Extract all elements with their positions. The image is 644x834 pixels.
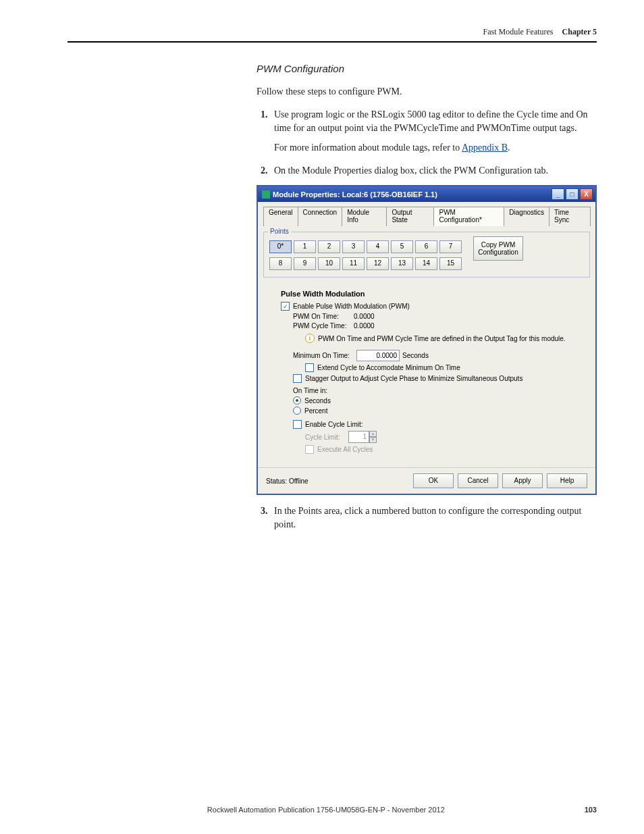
tab-time-sync[interactable]: Time Sync xyxy=(549,207,591,226)
page-footer: Rockwell Automation Publication 1756-UM0… xyxy=(68,806,597,814)
point-button-6[interactable]: 6 xyxy=(415,240,437,253)
minimize-button[interactable]: _ xyxy=(552,188,564,200)
cancel-button[interactable]: Cancel xyxy=(458,473,498,488)
seconds-label: Seconds xyxy=(304,397,331,405)
stagger-output-checkbox[interactable] xyxy=(293,374,302,383)
app-icon xyxy=(262,190,270,199)
cycle-limit-spinner[interactable]: 1 ▲▼ xyxy=(348,431,377,443)
spinner-up-icon[interactable]: ▲ xyxy=(369,431,377,437)
header-chapter: Chapter 5 xyxy=(562,27,597,36)
step-1-sub: For more information about module tags, … xyxy=(274,141,597,155)
status-value: Offline xyxy=(289,477,308,485)
percent-radio[interactable] xyxy=(293,407,301,415)
copy-line-1: Copy PWM xyxy=(474,241,522,249)
points-group: Points 0* 1 2 3 4 5 6 7 xyxy=(263,232,590,278)
page-number: 103 xyxy=(585,806,597,814)
point-button-11[interactable]: 11 xyxy=(342,257,365,270)
copy-line-2: Configuration xyxy=(474,249,522,256)
points-row-2: 8 9 10 11 12 13 14 15 xyxy=(269,257,464,270)
point-button-8[interactable]: 8 xyxy=(269,257,292,270)
point-button-3[interactable]: 3 xyxy=(342,240,365,253)
enable-pwm-label: Enable Pulse Width Modulation (PWM) xyxy=(293,303,410,310)
appendix-link[interactable]: Appendix B xyxy=(462,142,508,153)
point-button-15[interactable]: 15 xyxy=(439,257,462,270)
dialog-title: Module Properties: Local:6 (1756-OB16IEF… xyxy=(273,190,550,199)
tab-connection[interactable]: Connection xyxy=(298,207,343,226)
dialog-titlebar[interactable]: Module Properties: Local:6 (1756-OB16IEF… xyxy=(258,186,595,202)
extend-cycle-checkbox[interactable] xyxy=(305,363,314,372)
min-on-time-unit: Seconds xyxy=(402,352,429,359)
seconds-radio[interactable] xyxy=(293,396,301,405)
page-header: Fast Module Features Chapter 5 xyxy=(68,27,597,43)
point-button-2[interactable]: 2 xyxy=(318,240,340,253)
step-1-sub-a: For more information about module tags, … xyxy=(274,142,462,153)
step-1-sub-b: . xyxy=(508,142,510,153)
point-button-14[interactable]: 14 xyxy=(415,257,437,270)
point-button-0[interactable]: 0* xyxy=(269,240,292,253)
spinner-down-icon[interactable]: ▼ xyxy=(369,437,377,443)
help-button[interactable]: Help xyxy=(547,473,587,488)
cycle-limit-label: Cycle Limit: xyxy=(305,434,344,441)
step-2: On the Module Properties dialog box, cli… xyxy=(270,164,597,178)
tab-general[interactable]: General xyxy=(263,207,298,226)
apply-button[interactable]: Apply xyxy=(502,473,543,488)
tab-diagnostics[interactable]: Diagnostics xyxy=(504,207,549,226)
enable-pwm-checkbox[interactable] xyxy=(281,302,290,311)
step-3: In the Points area, click a numbered but… xyxy=(270,504,597,531)
info-text: PWM On Time and PWM Cycle Time are defin… xyxy=(318,335,566,342)
enable-cycle-limit-checkbox[interactable] xyxy=(293,420,302,429)
execute-all-cycles-label: Execute All Cycles xyxy=(317,446,373,453)
tab-output-state[interactable]: Output State xyxy=(386,207,434,226)
dialog-status-row: Status: Offline OK Cancel Apply Help xyxy=(258,467,595,494)
ok-button[interactable]: OK xyxy=(413,473,454,488)
point-button-4[interactable]: 4 xyxy=(367,240,389,253)
status-label: Status: xyxy=(266,477,287,485)
tab-pwm-config[interactable]: PWM Configuration* xyxy=(433,207,504,226)
point-button-10[interactable]: 10 xyxy=(318,257,340,270)
point-button-12[interactable]: 12 xyxy=(367,257,389,270)
point-button-13[interactable]: 13 xyxy=(391,257,413,270)
min-on-time-label: Minimum On Time: xyxy=(293,352,354,359)
tab-strip: General Connection Module Info Output St… xyxy=(263,206,590,226)
step-1: Use program logic or the RSLogix 5000 ta… xyxy=(270,108,597,155)
extend-cycle-label: Extend Cycle to Accomodate Minimum On Ti… xyxy=(317,364,460,371)
info-icon: i xyxy=(305,334,315,343)
footer-publication: Rockwell Automation Publication 1756-UM0… xyxy=(207,806,445,814)
close-button[interactable]: X xyxy=(580,188,593,200)
tab-module-info[interactable]: Module Info xyxy=(342,207,387,226)
module-properties-dialog: Module Properties: Local:6 (1756-OB16IEF… xyxy=(257,185,597,495)
execute-all-cycles-checkbox[interactable] xyxy=(305,445,314,454)
percent-label: Percent xyxy=(304,407,327,415)
min-on-time-input[interactable]: 0.0000 xyxy=(356,350,400,361)
maximize-button[interactable]: □ xyxy=(566,188,579,200)
on-time-in-label: On Time in: xyxy=(293,387,327,394)
pwm-on-time-label: PWM On Time: xyxy=(293,313,354,320)
cycle-limit-value[interactable]: 1 xyxy=(348,431,369,443)
step-1-text: Use program logic or the RSLogix 5000 ta… xyxy=(274,109,588,133)
pwm-on-time-value: 0.0000 xyxy=(354,313,375,320)
section-title: PWM Configuration xyxy=(257,63,597,74)
point-button-9[interactable]: 9 xyxy=(294,257,316,270)
copy-pwm-config-button[interactable]: Copy PWM Configuration xyxy=(473,236,523,261)
pwm-section-title: Pulse Width Modulation xyxy=(281,290,590,298)
pwm-cycle-time-label: PWM Cycle Time: xyxy=(293,322,354,330)
points-legend: Points xyxy=(268,228,291,235)
point-button-7[interactable]: 7 xyxy=(439,240,462,253)
intro-text: Follow these steps to configure PWM. xyxy=(257,86,597,97)
pwm-section: Pulse Width Modulation Enable Pulse Widt… xyxy=(263,290,590,454)
point-button-1[interactable]: 1 xyxy=(294,240,316,253)
point-button-5[interactable]: 5 xyxy=(391,240,413,253)
stagger-output-label: Stagger Output to Adjust Cycle Phase to … xyxy=(305,375,522,382)
points-row-1: 0* 1 2 3 4 5 6 7 xyxy=(269,240,464,253)
pwm-cycle-time-value: 0.0000 xyxy=(354,322,375,330)
header-title: Fast Module Features xyxy=(483,27,554,36)
enable-cycle-limit-label: Enable Cycle Limit: xyxy=(305,421,363,428)
